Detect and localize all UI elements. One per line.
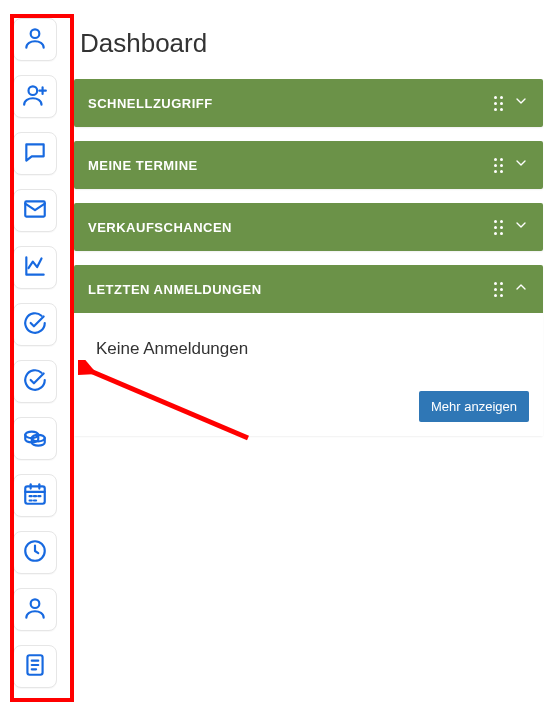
chevron-up-icon[interactable]: [513, 279, 529, 299]
drag-handle-icon[interactable]: [494, 96, 503, 111]
page-title: Dashboard: [74, 28, 543, 59]
svg-point-0: [31, 29, 40, 38]
empty-state-text: Keine Anmeldungen: [96, 339, 521, 359]
sidebar-item-coins[interactable]: [13, 417, 57, 460]
chevron-down-icon[interactable]: [513, 217, 529, 237]
chat-bubble-icon: [22, 139, 48, 169]
sidebar-item-person[interactable]: [13, 18, 57, 61]
coins-icon: [22, 424, 48, 454]
svg-point-1: [29, 86, 38, 95]
main-content: Dashboard SCHNELLZUGRIFF MEINE TERMINE: [70, 0, 553, 706]
sidebar-item-check-2[interactable]: [13, 360, 57, 403]
more-button[interactable]: Mehr anzeigen: [419, 391, 529, 422]
panel-controls: [494, 217, 529, 237]
panel-header[interactable]: LETZTEN ANMELDUNGEN: [74, 265, 543, 313]
panel-header[interactable]: MEINE TERMINE: [74, 141, 543, 189]
sidebar-item-person-add[interactable]: [13, 75, 57, 118]
panel-schnellzugriff: SCHNELLZUGRIFF: [74, 79, 543, 127]
drag-handle-icon[interactable]: [494, 158, 503, 173]
panel-controls: [494, 93, 529, 113]
check-circle-icon: [22, 310, 48, 340]
panel-anmeldungen: LETZTEN ANMELDUNGEN Keine Anmeldungen Me…: [74, 265, 543, 436]
sidebar-item-person-2[interactable]: [13, 588, 57, 631]
clock-icon: [22, 538, 48, 568]
chevron-down-icon[interactable]: [513, 93, 529, 113]
sidebar-item-check[interactable]: [13, 303, 57, 346]
panel-title: MEINE TERMINE: [88, 158, 494, 173]
sidebar-item-mail[interactable]: [13, 189, 57, 232]
sidebar-item-chat[interactable]: [13, 132, 57, 175]
sidebar-item-chart[interactable]: [13, 246, 57, 289]
drag-handle-icon[interactable]: [494, 282, 503, 297]
svg-point-7: [31, 599, 40, 608]
calendar-icon: [22, 481, 48, 511]
panel-controls: [494, 279, 529, 299]
sidebar: [0, 0, 70, 706]
chevron-down-icon[interactable]: [513, 155, 529, 175]
check-circle-icon: [22, 367, 48, 397]
mail-icon: [22, 196, 48, 226]
panel-title: LETZTEN ANMELDUNGEN: [88, 282, 494, 297]
person-icon: [22, 25, 48, 55]
note-icon: [22, 652, 48, 682]
person-icon: [22, 595, 48, 625]
panel-header[interactable]: SCHNELLZUGRIFF: [74, 79, 543, 127]
panel-header[interactable]: VERKAUFSCHANCEN: [74, 203, 543, 251]
panel-title: SCHNELLZUGRIFF: [88, 96, 494, 111]
panel-title: VERKAUFSCHANCEN: [88, 220, 494, 235]
drag-handle-icon[interactable]: [494, 220, 503, 235]
panel-body: Keine Anmeldungen Mehr anzeigen: [74, 313, 543, 436]
panel-termine: MEINE TERMINE: [74, 141, 543, 189]
sidebar-item-calendar[interactable]: [13, 474, 57, 517]
sidebar-item-note[interactable]: [13, 645, 57, 688]
person-plus-icon: [22, 82, 48, 112]
panel-controls: [494, 155, 529, 175]
panel-verkauf: VERKAUFSCHANCEN: [74, 203, 543, 251]
chart-line-icon: [22, 253, 48, 283]
sidebar-item-clock[interactable]: [13, 531, 57, 574]
